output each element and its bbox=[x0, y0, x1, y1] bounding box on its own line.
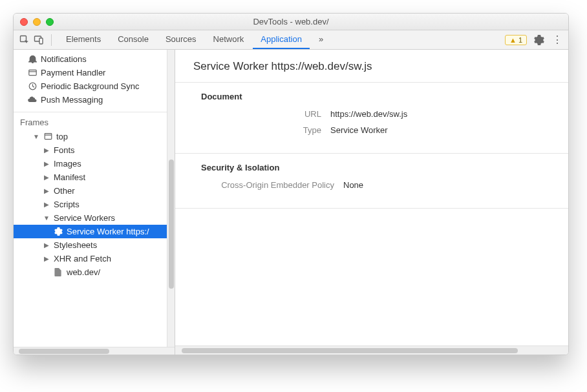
security-heading: Security & Isolation bbox=[201, 163, 555, 172]
tree-manifest[interactable]: ▶Manifest bbox=[14, 170, 175, 184]
main-panel: Service Worker https://web.dev/sw.js Doc… bbox=[175, 50, 568, 355]
svg-rect-3 bbox=[28, 70, 36, 75]
tab-console[interactable]: Console bbox=[110, 30, 156, 49]
tree-label: web.dev/ bbox=[67, 267, 100, 277]
tree-xhr-fetch[interactable]: ▶XHR and Fetch bbox=[14, 252, 175, 265]
tree-service-workers[interactable]: ▼Service Workers bbox=[14, 211, 175, 225]
chevron-right-icon: ▶ bbox=[43, 187, 50, 194]
tab-sources[interactable]: Sources bbox=[158, 30, 204, 49]
chevron-right-icon: ▶ bbox=[43, 255, 50, 262]
chevron-down-icon: ▼ bbox=[33, 133, 39, 140]
coep-key: Cross-Origin Embedder Policy bbox=[201, 180, 343, 190]
devtools-window: DevTools - web.dev/ Elements Console Sou… bbox=[13, 13, 569, 355]
sidebar-horizontal-scrollbar[interactable] bbox=[14, 347, 175, 355]
chevron-right-icon: ▶ bbox=[43, 160, 50, 167]
clock-icon bbox=[28, 82, 37, 91]
coep-value: None bbox=[343, 180, 363, 190]
sidebar-item-periodic-sync[interactable]: Periodic Background Sync bbox=[14, 79, 175, 93]
frame-label: top bbox=[56, 132, 68, 141]
chevron-right-icon: ▶ bbox=[43, 201, 50, 208]
chevron-right-icon: ▶ bbox=[43, 147, 50, 154]
tree-leaf-webdev[interactable]: web.dev/ bbox=[14, 265, 175, 279]
main-title: Service Worker https://web.dev/sw.js bbox=[175, 50, 568, 83]
inspect-icon[interactable] bbox=[19, 34, 30, 46]
tree-images[interactable]: ▶Images bbox=[14, 157, 175, 170]
settings-icon[interactable] bbox=[533, 34, 545, 46]
sidebar-label: Payment Handler bbox=[41, 68, 105, 77]
tree-fonts[interactable]: ▶Fonts bbox=[14, 143, 175, 157]
svg-rect-6 bbox=[45, 134, 52, 139]
url-key: URL bbox=[201, 109, 330, 119]
svg-rect-2 bbox=[39, 38, 43, 44]
panel-tabs: Elements Console Sources Network Applica… bbox=[58, 30, 331, 49]
tab-application[interactable]: Application bbox=[253, 30, 310, 49]
tab-more[interactable]: » bbox=[311, 30, 331, 49]
sidebar-vertical-scrollbar[interactable] bbox=[167, 50, 175, 347]
type-key: Type bbox=[201, 125, 330, 135]
tree-label: Service Worker https:/ bbox=[67, 227, 149, 236]
card-icon bbox=[28, 68, 37, 77]
sidebar-item-push-messaging[interactable]: Push Messaging bbox=[14, 93, 175, 107]
frames-section-title: Frames bbox=[14, 115, 175, 130]
main-horizontal-scrollbar[interactable] bbox=[175, 346, 568, 355]
security-panel: Security & Isolation Cross-Origin Embedd… bbox=[175, 154, 568, 209]
tab-elements[interactable]: Elements bbox=[58, 30, 109, 49]
document-panel: Document URL https://web.dev/sw.js Type … bbox=[175, 83, 568, 154]
url-value: https://web.dev/sw.js bbox=[330, 109, 407, 119]
titlebar: DevTools - web.dev/ bbox=[14, 14, 568, 30]
window-title: DevTools - web.dev/ bbox=[14, 17, 568, 26]
chevron-down-icon: ▼ bbox=[43, 214, 50, 222]
window-icon bbox=[43, 132, 52, 141]
document-icon bbox=[54, 268, 63, 277]
sidebar-label: Periodic Background Sync bbox=[41, 81, 139, 91]
frame-top[interactable]: ▼ top bbox=[14, 130, 175, 143]
device-toggle-icon[interactable] bbox=[33, 34, 45, 46]
bell-icon bbox=[28, 55, 37, 64]
sidebar-label: Push Messaging bbox=[41, 95, 103, 105]
sidebar-item-notifications[interactable]: Notifications bbox=[14, 52, 175, 66]
devtools-toolbar: Elements Console Sources Network Applica… bbox=[14, 30, 568, 50]
cloud-icon bbox=[28, 96, 37, 105]
warning-icon: ▲ bbox=[509, 36, 517, 44]
sidebar: Notifications Payment Handler Periodic B… bbox=[14, 50, 175, 355]
warning-count: 1 bbox=[518, 36, 522, 44]
document-heading: Document bbox=[201, 92, 555, 101]
gear-icon bbox=[54, 227, 63, 236]
tree-other[interactable]: ▶Other bbox=[14, 184, 175, 198]
chevron-right-icon: ▶ bbox=[43, 242, 50, 249]
warnings-badge[interactable]: ▲ 1 bbox=[505, 35, 527, 45]
sidebar-item-payment-handler[interactable]: Payment Handler bbox=[14, 66, 175, 79]
sidebar-label: Notifications bbox=[41, 54, 87, 64]
tab-network[interactable]: Network bbox=[206, 30, 252, 49]
tree-service-worker-selected[interactable]: Service Worker https:/ bbox=[14, 225, 175, 238]
tree-scripts[interactable]: ▶Scripts bbox=[14, 198, 175, 211]
type-value: Service Worker bbox=[330, 125, 388, 135]
chevron-right-icon: ▶ bbox=[43, 174, 50, 181]
kebab-menu-icon[interactable]: ⋮ bbox=[551, 34, 563, 46]
tree-stylesheets[interactable]: ▶Stylesheets bbox=[14, 238, 175, 252]
